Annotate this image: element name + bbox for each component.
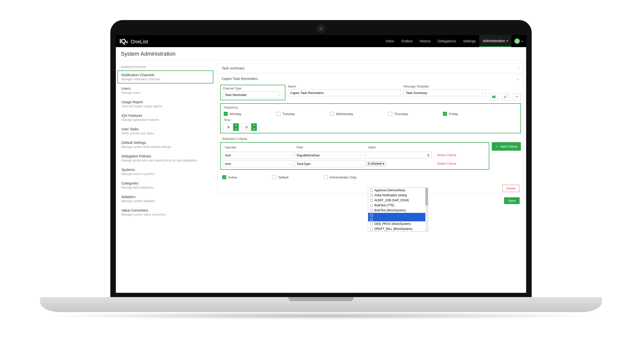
col-value: Value xyxy=(366,145,431,150)
msg-template-select[interactable]: Task Summary ⌄ xyxy=(404,89,486,96)
col-operator: Operator xyxy=(223,145,293,150)
day-tuesday[interactable]: Tuesday xyxy=(276,112,295,116)
msg-value: Task Summary xyxy=(406,91,427,95)
sidebar-item-value-converters[interactable]: Value Converters Manage custom value con… xyxy=(117,206,213,219)
sidebar-item-delegation-policies[interactable]: Delegation Policies Manage global and us… xyxy=(117,152,213,165)
main: Task summary › Capex Task Reminders ⌄ xyxy=(215,61,526,293)
time-row: ▲ ▼ ▲ ▼ xyxy=(224,123,517,131)
chevron-down-icon: ⌄ xyxy=(516,77,519,81)
nav-administration[interactable]: Administration ▾ xyxy=(479,35,511,47)
laptop-notch xyxy=(288,297,354,301)
day-friday[interactable]: Friday xyxy=(443,112,458,116)
toggle-active[interactable]: Active xyxy=(222,175,237,179)
delete-criteria-0[interactable]: Delete Criteria xyxy=(433,153,460,157)
minute-down-icon[interactable]: ▼ xyxy=(251,127,257,131)
laptop-base xyxy=(40,297,602,312)
add-icon-button[interactable] xyxy=(513,93,521,100)
avatar-chevron-down-icon[interactable]: ▾ xyxy=(521,40,523,43)
tasktype-option[interactable]: DEB_PROV (MockSystem) xyxy=(368,221,428,226)
name-value: Capex Task Reminders xyxy=(290,91,324,95)
name-input[interactable]: Capex Task Reminders xyxy=(288,89,401,96)
selection-criteria-label: Selection Criteria xyxy=(218,135,523,141)
chevron-down-icon: ⌄ xyxy=(360,154,362,157)
sidebar-item-notification-channels[interactable]: Notification Channels Manage notificatio… xyxy=(117,70,213,83)
screen: IQ X OneList Inbox Outbox History Delega… xyxy=(116,35,526,293)
panel-task-summary: Task summary › xyxy=(217,63,524,73)
operator-select-1[interactable]: And⌄ xyxy=(223,160,293,167)
tasktype-option[interactable]: BulkTest (MockSystem) xyxy=(368,208,428,213)
field-select-1[interactable]: TaskType⌄ xyxy=(294,160,365,167)
chevron-down-icon: ⌄ xyxy=(279,94,281,96)
nav-inbox[interactable]: Inbox xyxy=(382,35,398,47)
sidebar-item-categories[interactable]: Categories Manage task categories. xyxy=(117,179,213,192)
hour-input[interactable] xyxy=(224,123,233,131)
col-field: Field xyxy=(294,145,365,150)
nav-settings[interactable]: Settings xyxy=(460,35,479,47)
tasktype-option-selected[interactable] xyxy=(368,213,428,217)
day-thursday[interactable]: Thursday xyxy=(388,112,408,116)
tasktype-option[interactable]: BulkTest (TTE) xyxy=(368,203,428,208)
tasktype-dropdown[interactable]: Approval (ServiceNow) Ariba Notification… xyxy=(368,188,428,232)
avatar[interactable] xyxy=(514,38,520,44)
capex-form-row: Channel Type: Task Reminder ⌄ Name: Cape… xyxy=(218,83,523,102)
topbar: IQ X OneList Inbox Outbox History Delega… xyxy=(116,35,526,47)
day-wednesday[interactable]: Wednesday xyxy=(330,112,353,116)
toggle-default[interactable]: Default xyxy=(272,175,288,179)
operator-select-0[interactable]: And⌄ xyxy=(223,152,293,159)
panel-task-summary-head[interactable]: Task summary › xyxy=(218,64,523,73)
field-select-0[interactable]: DaysBeforeDue⌄ xyxy=(294,152,365,159)
nav-history[interactable]: History xyxy=(416,35,434,47)
sidebar-item-usage-report[interactable]: Usage Report View and export usage repor… xyxy=(117,98,213,111)
tasktype-option[interactable]: Ariba Notification (Ariba) xyxy=(368,193,428,198)
msg-template-group: Message Template: Task Summary ⌄ xyxy=(404,85,486,100)
edit-icon-button[interactable] xyxy=(501,93,509,100)
chevron-down-icon: ⌄ xyxy=(289,162,291,165)
sidebar-item-systems[interactable]: Systems Manage source systems. xyxy=(117,165,213,178)
checkbox-icon xyxy=(324,175,328,179)
checkbox-icon xyxy=(330,112,334,116)
chevron-right-icon: › xyxy=(518,66,519,70)
minute-up-icon[interactable]: ▲ xyxy=(251,123,257,127)
sidebar-item-adapters[interactable]: Adapters Manage system adapters. xyxy=(117,192,213,205)
channel-type-select[interactable]: Task Reminder ⌄ xyxy=(223,91,283,98)
sidebar-item-default-settings[interactable]: Default Settings Manage system-wide defa… xyxy=(117,138,213,151)
sidebar-item-user-tasks[interactable]: User Tasks Verify synced user tasks. xyxy=(117,125,213,138)
brand-x: X xyxy=(126,40,128,44)
minute-stepper: ▲ ▼ xyxy=(242,123,257,131)
checkbox-icon xyxy=(388,112,392,116)
add-criteria-button[interactable]: ＋ Add Criteria xyxy=(492,142,521,151)
minute-input[interactable] xyxy=(242,123,251,131)
email-icon-button[interactable] xyxy=(490,93,498,100)
chevron-down-icon: ⌄ xyxy=(360,162,362,165)
sidebar-heading: ADMINISTRATION xyxy=(117,63,213,70)
hour-up-icon[interactable]: ▲ xyxy=(233,123,239,127)
toggle-admin-only[interactable]: Administrator Only xyxy=(324,175,357,179)
tasktype-option[interactable]: Approval (ServiceNow) xyxy=(368,188,428,193)
name-label: Name: xyxy=(288,85,401,88)
panel-capex-head[interactable]: Capex Task Reminders ⌄ xyxy=(218,74,523,83)
panel-capex: Capex Task Reminders ⌄ Channel Type: Tas… xyxy=(217,74,524,194)
brand-logo[interactable]: IQ X OneList xyxy=(119,37,148,45)
checkbox-icon xyxy=(224,112,228,116)
value-input-0[interactable]: 3 xyxy=(366,152,431,159)
value-multiselect-1[interactable]: 6 checked ▾ xyxy=(366,161,431,166)
tasktype-option-selected[interactable] xyxy=(368,217,428,221)
day-monday[interactable]: Monday xyxy=(224,112,241,116)
nav-delegations[interactable]: Delegations xyxy=(434,35,460,47)
hour-down-icon[interactable]: ▼ xyxy=(233,127,239,131)
delete-criteria-1[interactable]: Delete Criteria xyxy=(433,162,460,165)
pencil-icon xyxy=(504,95,507,99)
dropdown-scrollbar[interactable] xyxy=(425,188,428,231)
delete-button[interactable]: Delete xyxy=(502,185,519,192)
save-button[interactable]: Save xyxy=(504,197,520,204)
tasktype-option[interactable]: AUNIT_JOB (SAP_DGW) xyxy=(368,198,428,203)
channel-type-value: Task Reminder xyxy=(225,93,247,97)
page-header: System Administration xyxy=(116,47,526,61)
sidebar-item-iqx-features[interactable]: IQX Features Manage application features xyxy=(117,111,213,124)
criteria-outer: Operator Field Value And⌄ DaysBeforeDue⌄… xyxy=(220,142,521,170)
nav-outbox[interactable]: Outbox xyxy=(398,35,416,47)
sidebar-item-users[interactable]: Users Manage users xyxy=(117,84,213,97)
page-title: System Administration xyxy=(121,51,521,57)
tasktype-option[interactable]: DRAFT_BILL (MockSystem) xyxy=(368,226,428,231)
nav-items: Inbox Outbox History Delegations Setting… xyxy=(382,35,523,47)
